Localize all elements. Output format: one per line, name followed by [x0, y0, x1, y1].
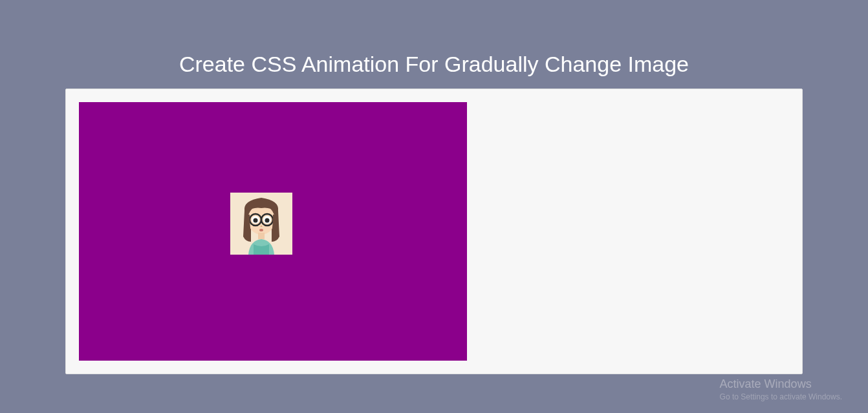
main-container	[65, 89, 803, 374]
watermark-subtitle: Go to Settings to activate Windows.	[720, 392, 842, 401]
svg-point-4	[254, 218, 258, 223]
page-title: Create CSS Animation For Gradually Chang…	[0, 0, 868, 89]
svg-rect-11	[258, 233, 265, 239]
svg-point-9	[261, 226, 263, 227]
animation-demo-box	[79, 102, 467, 361]
avatar-image	[230, 193, 292, 255]
cartoon-girl-avatar-icon	[230, 193, 292, 255]
windows-activation-watermark: Activate Windows Go to Settings to activ…	[720, 377, 842, 401]
watermark-title: Activate Windows	[720, 377, 842, 391]
svg-point-7	[265, 218, 270, 223]
svg-point-10	[259, 229, 263, 231]
